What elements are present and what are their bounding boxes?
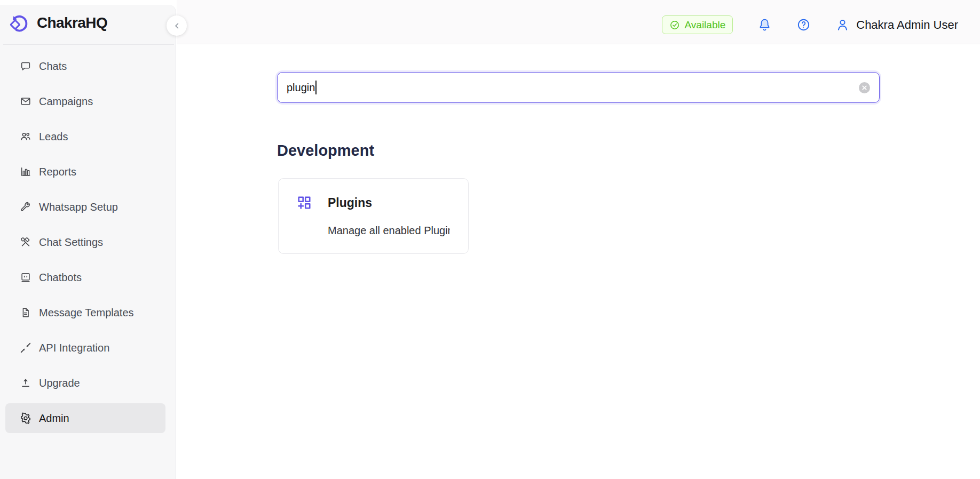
sidebar-item-label: Reports: [39, 166, 76, 178]
card-description: Manage all enabled Plugins: [328, 225, 450, 237]
sidebar-item-label: Admin: [39, 412, 69, 425]
robot-icon: [20, 272, 31, 283]
sidebar-item-label: Whatsapp Setup: [39, 201, 118, 213]
section-title: Development: [277, 142, 374, 159]
clear-search-button[interactable]: [859, 82, 870, 93]
sidebar-item-label: Campaigns: [39, 95, 93, 108]
brand-logo[interactable]: ChakraHQ: [9, 11, 107, 35]
sidebar-item-label: Leads: [39, 131, 68, 143]
availability-label: Available: [684, 19, 725, 31]
sidebar-item-label: Message Templates: [39, 307, 134, 319]
envelope-icon: [20, 95, 31, 107]
sidebar-item-campaigns[interactable]: Campaigns: [5, 86, 165, 116]
sidebar-nav: Chats Campaigns Leads: [5, 51, 165, 438]
sidebar-item-chat-settings[interactable]: Chat Settings: [5, 227, 165, 257]
search-input[interactable]: plugin: [277, 72, 880, 103]
plugins-grid-icon: [296, 195, 312, 211]
people-icon: [20, 131, 31, 142]
chakra-logo-icon: [9, 11, 32, 35]
upload-icon: [20, 377, 31, 389]
gear-icon: [20, 412, 31, 424]
sidebar-item-label: Chat Settings: [39, 236, 103, 249]
plugins-card[interactable]: Plugins Manage all enabled Plugins: [278, 178, 469, 254]
user-name: Chakra Admin User: [856, 18, 958, 32]
sidebar-item-chatbots[interactable]: Chatbots: [5, 262, 165, 292]
sidebar-divider: [3, 44, 174, 45]
chat-bubble-icon: [20, 60, 31, 72]
sidebar-item-label: Upgrade: [39, 377, 80, 389]
card-title: Plugins: [328, 196, 372, 210]
header: Available Chakra Admin User: [177, 0, 980, 44]
chevron-left-icon: [173, 22, 181, 30]
sidebar-item-upgrade[interactable]: Upgrade: [5, 368, 165, 398]
sidebar-collapse-button[interactable]: [167, 15, 187, 36]
user-menu[interactable]: Chakra Admin User: [835, 18, 958, 32]
sidebar-item-label: Chatbots: [39, 272, 82, 284]
user-icon: [835, 18, 850, 32]
sidebar-item-api-integration[interactable]: API Integration: [5, 333, 165, 363]
bar-chart-icon: [20, 166, 31, 178]
sidebar-item-label: API Integration: [39, 342, 109, 354]
sidebar-item-chats[interactable]: Chats: [5, 51, 165, 81]
crossed-tools-icon: [20, 236, 31, 248]
sidebar-item-reports[interactable]: Reports: [5, 157, 165, 187]
wrench-icon: [20, 201, 31, 213]
search-value: plugin: [287, 82, 315, 94]
question-circle-icon[interactable]: [796, 18, 811, 32]
availability-badge[interactable]: Available: [662, 15, 733, 34]
sidebar-item-leads[interactable]: Leads: [5, 122, 165, 151]
sidebar: ChakraHQ Chats Campaigns: [0, 5, 176, 479]
sidebar-item-whatsapp-setup[interactable]: Whatsapp Setup: [5, 192, 165, 222]
bell-icon[interactable]: [757, 18, 772, 32]
check-circle-icon: [669, 20, 680, 30]
sidebar-item-label: Chats: [39, 60, 67, 73]
document-icon: [20, 307, 31, 318]
text-caret: [315, 81, 317, 94]
shrink-arrows-icon: [20, 342, 31, 354]
sidebar-item-message-templates[interactable]: Message Templates: [5, 298, 165, 328]
sidebar-item-admin[interactable]: Admin: [5, 403, 165, 433]
brand-name: ChakraHQ: [37, 14, 107, 31]
